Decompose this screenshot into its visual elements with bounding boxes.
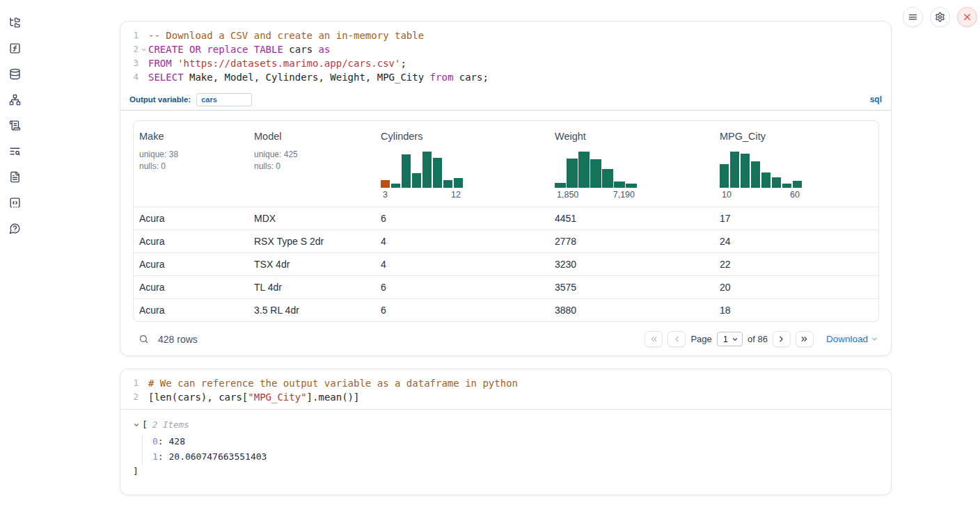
- table-row[interactable]: Acura3.5 RL 4dr6388018: [134, 298, 878, 321]
- menu-icon: [908, 12, 918, 22]
- histogram-bar: [567, 159, 578, 188]
- table-cell: 3230: [549, 253, 714, 275]
- download-label: Download: [826, 334, 868, 344]
- gear-icon: [935, 12, 945, 22]
- column-header-make[interactable]: Makeunique: 38nulls: 0: [134, 121, 248, 207]
- prev-page-button[interactable]: [667, 331, 686, 347]
- histogram-axis-labels: 1,8507,190: [555, 190, 637, 200]
- column-header-weight[interactable]: Weight1,8507,190: [549, 121, 714, 207]
- histogram-bar: [433, 158, 442, 188]
- code-line[interactable]: 2CREATE OR replace TABLE cars as: [120, 42, 891, 56]
- dependency-graph-icon[interactable]: [8, 93, 21, 106]
- histogram-bar: [793, 181, 802, 188]
- last-page-button[interactable]: [796, 331, 814, 347]
- histogram-axis-labels: 1060: [720, 190, 802, 200]
- table-cell: RSX Type S 2dr: [248, 230, 375, 252]
- column-title: Make: [139, 131, 243, 142]
- table-cell: 3575: [549, 276, 714, 298]
- first-page-button[interactable]: [645, 331, 663, 347]
- histogram-bar: [782, 184, 791, 188]
- data-table: Makeunique: 38nulls: 0Modelunique: 425nu…: [133, 120, 879, 322]
- chevron-down-icon: [732, 336, 738, 343]
- code-line[interactable]: 1-- Download a CSV and create an in-memo…: [120, 29, 891, 42]
- search-icon[interactable]: [139, 334, 149, 344]
- code-text: SELECT Make, Model, Cylinders, Weight, M…: [148, 70, 489, 84]
- close-icon: [962, 12, 972, 22]
- histogram-bar: [454, 178, 463, 188]
- pagination: Page 1 of 86 Download: [645, 331, 878, 347]
- sql-code-editor[interactable]: 1-- Download a CSV and create an in-memo…: [120, 22, 891, 89]
- search-outline-icon[interactable]: [8, 145, 21, 157]
- row-count: 428 rows: [158, 334, 198, 345]
- line-number: 2: [120, 42, 139, 56]
- code-text: FROM 'https://datasets.marimo.app/cars.c…: [148, 56, 406, 70]
- functions-icon[interactable]: [8, 42, 21, 54]
- tree-entry: 0: 428: [152, 434, 891, 449]
- table-cell: 6: [375, 276, 549, 298]
- column-header-model[interactable]: Modelunique: 425nulls: 0: [248, 121, 375, 207]
- shutdown-button[interactable]: [957, 7, 977, 27]
- table-row[interactable]: AcuraMDX6445117: [134, 207, 878, 230]
- items-count-label: 2 Items: [152, 419, 189, 431]
- language-badge: sql: [870, 95, 882, 104]
- code-line[interactable]: 2[len(cars), cars["MPG_City"].mean()]: [120, 390, 891, 404]
- column-histogram: 1060: [720, 152, 802, 200]
- topbar-actions: [903, 7, 977, 27]
- file-explorer-icon[interactable]: [8, 16, 21, 29]
- table-row[interactable]: AcuraRSX Type S 2dr4277824: [134, 230, 878, 252]
- histogram-bar: [626, 184, 637, 188]
- settings-button[interactable]: [930, 7, 950, 27]
- chevrons-left-icon: [649, 335, 658, 344]
- fold-chevron-icon[interactable]: [139, 42, 148, 56]
- documentation-icon[interactable]: [8, 170, 21, 183]
- download-button[interactable]: Download: [826, 334, 878, 344]
- table-cell: MDX: [248, 207, 375, 230]
- code-line[interactable]: 1# We can reference the output variable …: [120, 376, 891, 390]
- histogram-bar: [578, 152, 590, 188]
- chevron-right-icon: [777, 335, 786, 344]
- fold-spacer: [139, 70, 148, 84]
- logs-icon[interactable]: [8, 119, 21, 131]
- output-variable-input[interactable]: [196, 93, 252, 106]
- histogram-bar: [614, 182, 625, 188]
- page-select[interactable]: 1: [717, 332, 743, 346]
- page-total: of 86: [748, 334, 768, 344]
- column-histogram: 312: [381, 152, 463, 200]
- column-title: MPG_City: [720, 131, 873, 142]
- histogram-bar: [422, 152, 432, 188]
- line-number: 1: [120, 376, 139, 390]
- fold-spacer: [139, 56, 148, 70]
- column-title: Cylinders: [381, 131, 544, 142]
- code-line[interactable]: 3FROM 'https://datasets.marimo.app/cars.…: [120, 56, 891, 70]
- sql-cell: 1-- Download a CSV and create an in-memo…: [120, 21, 892, 356]
- table-cell: 24: [714, 230, 878, 252]
- column-header-mpg_city[interactable]: MPG_City1060: [714, 121, 878, 207]
- help-icon[interactable]: [8, 222, 21, 234]
- output-variable-row: Output variable: sql: [120, 89, 891, 111]
- collapse-chevron-icon[interactable]: [133, 421, 140, 428]
- python-code-editor[interactable]: 1# We can reference the output variable …: [120, 369, 891, 409]
- histogram-axis-labels: 312: [381, 190, 463, 200]
- table-cell: 6: [375, 299, 549, 321]
- output-tree: [ 2 Items 0: 4281: 20.060747663551403 ]: [120, 410, 891, 478]
- histogram-bar: [391, 184, 400, 188]
- next-page-button[interactable]: [773, 331, 791, 347]
- sidebar: [0, 0, 29, 507]
- column-header-cylinders[interactable]: Cylinders312: [375, 121, 549, 207]
- table-cell: Acura: [134, 276, 248, 298]
- fold-spacer: [139, 376, 148, 390]
- column-title: Model: [254, 131, 370, 142]
- table-cell: TSX 4dr: [248, 253, 375, 275]
- column-histogram: 1,8507,190: [555, 152, 637, 200]
- code-line[interactable]: 4SELECT Make, Model, Cylinders, Weight, …: [120, 70, 891, 84]
- table-cell: 3.5 RL 4dr: [248, 299, 375, 321]
- menu-button[interactable]: [903, 7, 923, 27]
- datasources-icon[interactable]: [8, 67, 21, 80]
- snippets-icon[interactable]: [8, 196, 21, 209]
- python-cell: 1# We can reference the output variable …: [120, 369, 892, 495]
- table-row[interactable]: AcuraTL 4dr6357520: [134, 275, 878, 298]
- page-label: Page: [690, 334, 711, 344]
- table-cell: 22: [714, 253, 878, 275]
- table-cell: 4451: [549, 207, 714, 230]
- table-row[interactable]: AcuraTSX 4dr4323022: [134, 252, 878, 275]
